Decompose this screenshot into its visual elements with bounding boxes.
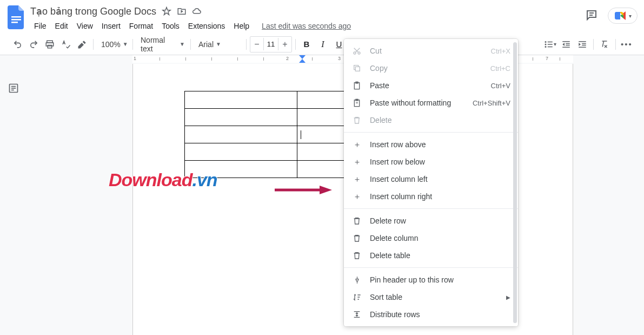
- ctx-paste[interactable]: Paste Ctrl+V: [344, 77, 518, 94]
- table-cell[interactable]: [185, 109, 297, 126]
- last-edit-link[interactable]: Last edit was seconds ago: [262, 22, 351, 30]
- svg-rect-14: [562, 41, 570, 42]
- docs-logo-icon[interactable]: [6, 4, 26, 30]
- menu-extensions[interactable]: Extensions: [184, 19, 229, 32]
- ctx-delete-row[interactable]: Delete row: [344, 212, 518, 229]
- title-area: Tạo bảng trong Google Docs File Edit Vie…: [30, 4, 585, 34]
- ctx-insert-row-below[interactable]: ＋ Insert row below: [344, 153, 518, 170]
- comments-icon[interactable]: [585, 9, 598, 23]
- ruler-mark: 1: [134, 56, 136, 61]
- ctx-insert-col-right[interactable]: ＋ Insert column right: [344, 188, 518, 205]
- page-container: Download.vn: [27, 64, 644, 335]
- table-cell[interactable]: [185, 143, 297, 161]
- svg-rect-16: [566, 44, 570, 45]
- doc-title[interactable]: Tạo bảng trong Google Docs: [30, 5, 156, 17]
- separator: [344, 267, 518, 268]
- menu-help[interactable]: Help: [230, 19, 253, 32]
- star-icon[interactable]: [162, 6, 171, 16]
- indent-marker-icon[interactable]: [299, 55, 306, 63]
- svg-rect-15: [566, 43, 570, 44]
- meet-button[interactable]: ▾: [608, 8, 638, 24]
- redo-button[interactable]: [26, 37, 41, 52]
- menu-insert[interactable]: Insert: [98, 19, 124, 32]
- ctx-insert-col-left[interactable]: ＋ Insert column left: [344, 170, 518, 188]
- header-right: ▾: [585, 8, 638, 24]
- font-size-stepper: − 11 +: [250, 36, 292, 52]
- ruler-mark: 7: [546, 56, 548, 61]
- separator: [593, 39, 594, 50]
- font-size-dec[interactable]: −: [250, 37, 263, 52]
- ctx-pin-header[interactable]: Pin header up to this row: [344, 271, 518, 288]
- plus-icon: ＋: [351, 174, 362, 185]
- table-cell[interactable]: [185, 126, 297, 143]
- ruler-mark: 3: [338, 56, 341, 61]
- svg-rect-11: [547, 44, 552, 45]
- trash-icon: [351, 234, 362, 242]
- menu-file[interactable]: File: [30, 19, 50, 32]
- outline-icon[interactable]: [8, 83, 19, 335]
- toolbar: 100% ▼ Normal text ▼ Arial ▼ − 11 + B I …: [0, 34, 644, 55]
- separator: [132, 39, 133, 50]
- svg-rect-20: [582, 44, 586, 45]
- text-cursor: [301, 130, 301, 139]
- ctx-insert-row-above[interactable]: ＋ Insert row above: [344, 136, 518, 153]
- svg-point-10: [545, 43, 546, 45]
- font-size-inc[interactable]: +: [278, 37, 291, 52]
- move-icon[interactable]: [177, 6, 187, 16]
- separator: [344, 208, 518, 209]
- table-cell[interactable]: [185, 161, 297, 178]
- style-select[interactable]: Normal text ▼: [136, 35, 187, 54]
- svg-point-12: [545, 46, 546, 48]
- font-value: Arial: [198, 40, 214, 49]
- spellcheck-button[interactable]: [58, 37, 74, 52]
- svg-rect-13: [547, 46, 552, 47]
- more-button[interactable]: •••: [619, 37, 634, 52]
- increase-indent-button[interactable]: [575, 37, 590, 52]
- menu-format[interactable]: Format: [125, 19, 157, 32]
- paint-format-button[interactable]: [75, 37, 90, 52]
- print-button[interactable]: [42, 37, 57, 52]
- chevron-down-icon: ▼: [180, 41, 185, 47]
- pin-icon: [351, 276, 362, 284]
- ctx-paste-plain[interactable]: Paste without formatting Ctrl+Shift+V: [344, 94, 518, 111]
- svg-rect-0: [11, 16, 21, 18]
- copy-icon: [351, 64, 362, 73]
- ctx-distribute-rows[interactable]: Distribute rows: [344, 306, 518, 323]
- svg-point-8: [545, 41, 546, 43]
- bulleted-list-button[interactable]: ▾: [542, 37, 557, 52]
- table-cell[interactable]: [185, 91, 297, 109]
- trash-icon: [351, 216, 362, 225]
- style-value: Normal text: [141, 36, 177, 53]
- ctx-copy: Copy Ctrl+C: [344, 60, 518, 77]
- italic-button[interactable]: I: [315, 37, 330, 52]
- zoom-value: 100%: [101, 40, 121, 49]
- cloud-saved-icon[interactable]: [192, 6, 202, 16]
- bold-button[interactable]: B: [299, 37, 314, 52]
- separator: [246, 39, 247, 50]
- decrease-indent-button[interactable]: [559, 37, 574, 52]
- chevron-down-icon: ▾: [629, 13, 632, 19]
- font-select[interactable]: Arial ▼: [194, 39, 243, 50]
- separator: [295, 39, 296, 50]
- ctx-sort-table[interactable]: Sort table ▶: [344, 288, 518, 306]
- menu-edit[interactable]: Edit: [51, 19, 72, 32]
- ruler-area: 1 2 3 7: [0, 55, 644, 64]
- clear-formatting-button[interactable]: [597, 37, 612, 52]
- svg-rect-29: [355, 67, 360, 71]
- ctx-delete-table[interactable]: Delete table: [344, 247, 518, 264]
- zoom-select[interactable]: 100% ▼: [97, 39, 129, 50]
- chevron-right-icon: ▶: [506, 294, 510, 300]
- svg-rect-9: [547, 41, 552, 42]
- undo-button[interactable]: [10, 37, 25, 52]
- arrow-annotation: [274, 185, 333, 197]
- font-size-value[interactable]: 11: [263, 38, 278, 50]
- plus-icon: ＋: [351, 157, 362, 167]
- ruler-mark: 2: [286, 56, 289, 61]
- separator: [615, 39, 616, 50]
- ctx-delete-column[interactable]: Delete column: [344, 229, 518, 247]
- svg-rect-2: [11, 22, 18, 23]
- menu-tools[interactable]: Tools: [158, 19, 183, 32]
- separator: [344, 132, 518, 133]
- chevron-down-icon: ▼: [216, 41, 221, 47]
- menu-view[interactable]: View: [73, 19, 97, 32]
